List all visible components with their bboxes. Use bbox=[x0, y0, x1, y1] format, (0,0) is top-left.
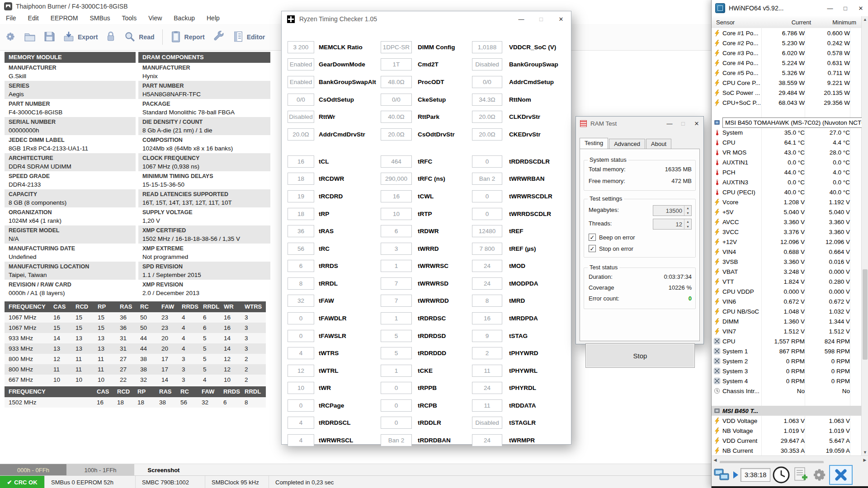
rtc-value-box[interactable]: 12 bbox=[288, 365, 314, 377]
menu-item-edit[interactable]: Edit bbox=[22, 14, 45, 22]
rtc-value-box[interactable]: 0 bbox=[472, 155, 502, 168]
sensor-row[interactable]: System35.0 °C27.0 °C bbox=[712, 127, 862, 137]
export-button[interactable]: Export bbox=[59, 28, 102, 46]
stepper-arrows[interactable]: ▲▼ bbox=[684, 206, 691, 216]
scroll-right-icon[interactable]: ▶ bbox=[861, 458, 868, 462]
rtc-value-box[interactable]: 8 bbox=[288, 277, 314, 290]
menu-item-view[interactable]: View bbox=[142, 14, 168, 22]
sensor-row[interactable]: System 20 RPM0 RPM bbox=[712, 356, 862, 366]
rtc-value-box[interactable]: 0 bbox=[288, 312, 314, 324]
rtc-value-box[interactable]: 1 bbox=[381, 312, 412, 324]
sensor-row[interactable]: VIN71.512 V1.512 V bbox=[712, 326, 862, 336]
clock-icon[interactable] bbox=[772, 465, 790, 484]
sensor-row[interactable]: VBAT3.248 V0.000 V bbox=[712, 267, 862, 277]
rtc-value-box[interactable]: 0 bbox=[381, 417, 412, 429]
column-current[interactable]: Current bbox=[760, 19, 811, 26]
rtc-value-box[interactable]: 0/0 bbox=[472, 76, 502, 88]
checkbox-checked-icon[interactable]: ✓ bbox=[589, 234, 596, 241]
sensor-group-row[interactable]: MSI B450 T... bbox=[712, 406, 862, 416]
rtc-value-box[interactable]: 24 bbox=[472, 260, 502, 272]
settings-gear-icon[interactable] bbox=[810, 465, 827, 484]
rtc-value-box[interactable]: 20.0Ω bbox=[288, 128, 314, 141]
rtc-value-box[interactable]: 10 bbox=[288, 382, 314, 394]
sensor-row[interactable]: NB Voltage1.019 V1.019 V bbox=[712, 426, 862, 436]
vertical-scrollbar[interactable]: ▲ ▼ bbox=[861, 16, 868, 455]
menu-item-backup[interactable]: Backup bbox=[168, 14, 201, 22]
rtc-value-box[interactable]: 19 bbox=[288, 190, 314, 202]
sensor-row[interactable]: Chassis Intr...NoNo bbox=[712, 386, 862, 396]
tab-screenshot[interactable]: Screenshot bbox=[134, 464, 193, 476]
menu-item-tools[interactable]: Tools bbox=[116, 14, 143, 22]
play-icon[interactable] bbox=[732, 465, 739, 484]
rtc-value-box[interactable]: 0 bbox=[288, 330, 314, 342]
scroll-down-icon[interactable]: ▼ bbox=[862, 450, 868, 455]
rtc-value-box[interactable]: 6 bbox=[288, 260, 314, 272]
open-button[interactable] bbox=[20, 28, 40, 46]
sensor-row[interactable]: PCH44.0 °C4.0 °C bbox=[712, 167, 862, 177]
rtc-value-box[interactable]: 3 bbox=[381, 243, 412, 255]
beep-on-error-checkbox[interactable]: ✓Beep on error bbox=[589, 234, 692, 241]
close-button[interactable]: ✕ bbox=[853, 1, 868, 15]
sensor-row[interactable]: CPU (PECI)40.0 °C40.0 °C bbox=[712, 187, 862, 197]
sensor-row[interactable]: Core #3 Po...6.020 W0.578 W bbox=[712, 48, 862, 58]
column-sensor[interactable]: Sensor bbox=[712, 19, 760, 26]
sensor-row[interactable]: VTT1.824 V0.280 V bbox=[712, 277, 862, 286]
sensor-row[interactable]: Vcore1.208 V1.192 V bbox=[712, 197, 862, 207]
rtc-value-box[interactable]: 4 bbox=[288, 417, 314, 429]
rtc-value-box[interactable]: 464 bbox=[381, 155, 412, 168]
editor-button[interactable]: Editor bbox=[229, 28, 269, 47]
sensor-row[interactable]: VIN60.672 V0.672 V bbox=[712, 296, 862, 306]
minimize-button[interactable]: — bbox=[822, 1, 838, 15]
minimize-button[interactable]: — bbox=[511, 12, 531, 26]
thaiphoon-titlebar[interactable]: Thaiphoon Burner / F4-3000C16-8GISB bbox=[0, 0, 711, 12]
megabytes-stepper[interactable]: 13500 ▲▼ bbox=[653, 205, 692, 216]
rtc-value-box[interactable]: 24 bbox=[472, 382, 502, 394]
rtc-value-box[interactable]: 48.0Ω bbox=[381, 76, 412, 88]
sensor-row[interactable]: VIN40.688 V0.664 V bbox=[712, 247, 862, 257]
close-button[interactable]: ✕ bbox=[551, 12, 571, 26]
rtc-value-box[interactable]: 4 bbox=[288, 347, 314, 359]
stop-button[interactable]: Stop bbox=[585, 343, 695, 368]
rtc-value-box[interactable]: 1T bbox=[381, 58, 412, 70]
rtc-value-box[interactable]: 0 bbox=[381, 399, 412, 412]
read-button[interactable]: Read bbox=[120, 28, 158, 47]
menu-item-help[interactable]: Help bbox=[201, 14, 226, 22]
close-button[interactable]: ✕ bbox=[690, 117, 703, 129]
menu-item-smbus[interactable]: SMBus bbox=[84, 14, 116, 22]
rtc-value-box[interactable]: 18 bbox=[288, 208, 314, 220]
sensor-row[interactable]: AUXTIN10.0 °C0.0 °C bbox=[712, 157, 862, 167]
rtc-value-box[interactable]: 3 200 bbox=[288, 41, 314, 53]
rtc-value-box[interactable]: 24 bbox=[472, 277, 502, 290]
rtc-value-box[interactable]: 16 bbox=[381, 190, 412, 202]
minimize-button[interactable]: — bbox=[663, 117, 676, 129]
menu-item-file[interactable]: File bbox=[0, 14, 22, 22]
stop-on-error-checkbox[interactable]: ✓Stop on error bbox=[589, 245, 692, 252]
sensor-row[interactable]: CPU VDDP0.000 V0.000 V bbox=[712, 286, 862, 296]
tab-000h-0ffh[interactable]: 000h - 0FFh bbox=[0, 464, 66, 476]
rtc-value-box[interactable]: 18 bbox=[288, 173, 314, 185]
sensor-row[interactable]: VR MOS43.0 °C28.0 °C bbox=[712, 147, 862, 157]
rtc-value-box[interactable]: 8 bbox=[472, 295, 502, 307]
rtc-value-box[interactable]: 20.0Ω bbox=[472, 128, 502, 141]
sensor-row[interactable]: +12V12.096 V12.096 V bbox=[712, 237, 862, 247]
stepper-arrows[interactable]: ▲▼ bbox=[684, 219, 691, 229]
rtc-value-box[interactable]: Ban 2 bbox=[472, 173, 502, 185]
rtc-value-box[interactable]: 0/0 bbox=[288, 94, 314, 106]
hwinfo-titlebar[interactable]: HWiNFO64 v5.92... — □ ✕ bbox=[712, 0, 868, 16]
rtc-value-box[interactable]: 0 bbox=[472, 190, 502, 202]
rtc-value-box[interactable]: 1 bbox=[381, 365, 412, 377]
rtc-value-box[interactable]: 7 800 bbox=[472, 243, 502, 255]
rtc-value-box[interactable]: 1 bbox=[381, 260, 412, 272]
sensor-row[interactable]: AVCC3.360 V3.360 V bbox=[712, 217, 862, 227]
sensor-row[interactable]: NB Current30.353 A19.059 A bbox=[712, 446, 862, 455]
rtc-value-box[interactable]: 0/0 bbox=[381, 94, 412, 106]
rtc-value-box[interactable]: 2 bbox=[472, 347, 502, 359]
sensor-table-header[interactable]: Sensor Current Minimum bbox=[712, 16, 862, 28]
rtc-value-box[interactable]: 0 bbox=[381, 382, 412, 394]
rtc-value-box[interactable]: Disabled bbox=[472, 417, 502, 429]
sensor-row[interactable]: SoC Power ...29.484 W20.135 W bbox=[712, 88, 862, 98]
sensor-row[interactable]: CPU Core P...38.559 W9.221 W bbox=[712, 78, 862, 88]
rtc-value-box[interactable]: 0 bbox=[288, 399, 314, 412]
close-sensors-icon[interactable] bbox=[829, 465, 853, 485]
options-button[interactable] bbox=[209, 28, 229, 47]
